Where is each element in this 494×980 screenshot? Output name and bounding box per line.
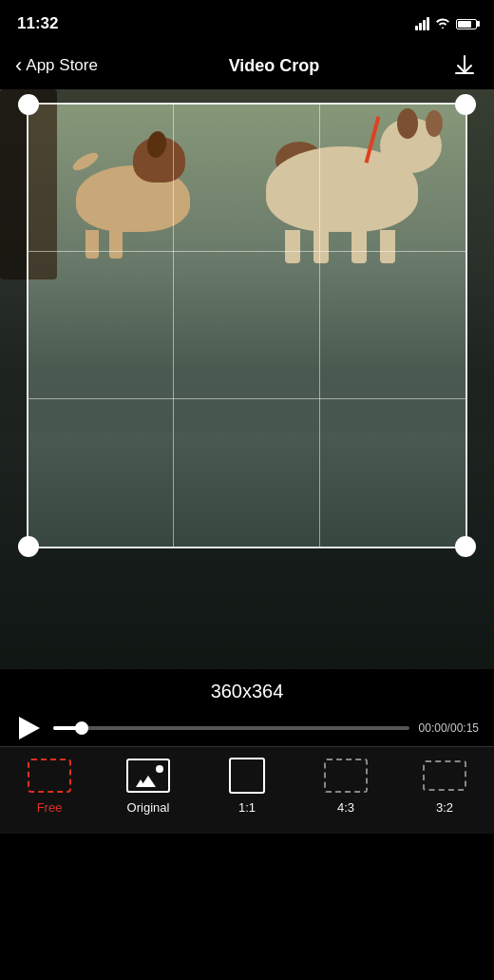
play-icon <box>19 717 40 740</box>
download-button[interactable] <box>450 51 479 80</box>
outside-top <box>0 89 494 103</box>
video-crop-area[interactable] <box>0 89 494 669</box>
grid-line-h1 <box>28 251 466 252</box>
page-title: Video Crop <box>229 56 320 76</box>
crop-border[interactable] <box>27 103 467 548</box>
handle-top-right[interactable] <box>455 94 476 115</box>
1-1-icon <box>229 758 265 794</box>
play-button[interactable] <box>15 714 44 742</box>
sun-circle <box>156 765 163 773</box>
mountain-sm <box>136 779 145 787</box>
dimensions-bar: 360x364 <box>0 669 494 710</box>
battery-icon <box>456 19 477 29</box>
signal-icon <box>415 17 429 30</box>
free-label: Free <box>37 800 63 815</box>
progress-track[interactable] <box>53 726 409 730</box>
outside-bottom <box>0 548 494 669</box>
dimensions-text: 360x364 <box>211 681 284 702</box>
outside-right <box>467 103 494 548</box>
handle-bottom-left[interactable] <box>18 536 39 557</box>
grid-line-h2 <box>28 398 466 399</box>
4-3-label: 4:3 <box>337 800 354 815</box>
status-bar: 11:32 <box>0 0 494 42</box>
toolbar-item-free[interactable]: Free <box>2 757 97 815</box>
toolbar-item-1-1[interactable]: 1:1 <box>200 757 294 815</box>
grid-line-v2 <box>319 105 320 547</box>
original-label: Original <box>127 800 170 815</box>
crop-overlay <box>0 89 494 669</box>
toolbar-item-original[interactable]: Original <box>101 757 196 815</box>
back-chevron-icon: ‹ <box>15 55 22 76</box>
3-2-icon-container <box>420 757 469 795</box>
1-1-label: 1:1 <box>238 800 256 815</box>
free-icon <box>28 759 71 793</box>
toolbar-item-4-3[interactable]: 4:3 <box>298 757 393 815</box>
back-label: App Store <box>26 56 98 75</box>
handle-top-left[interactable] <box>18 94 39 115</box>
playback-bar: 00:00/00:15 <box>0 710 494 746</box>
3-2-label: 3:2 <box>436 800 453 815</box>
bottom-toolbar: Free Original 1:1 4:3 <box>0 746 494 834</box>
original-icon-container <box>124 757 173 795</box>
original-icon <box>126 759 170 793</box>
status-time: 11:32 <box>17 14 58 33</box>
download-icon <box>452 53 477 78</box>
nav-bar: ‹ App Store Video Crop <box>0 42 494 89</box>
time-display: 00:00/00:15 <box>419 721 479 735</box>
3-2-icon <box>423 760 466 791</box>
4-3-icon <box>324 759 368 793</box>
1-1-icon-container <box>222 757 272 795</box>
toolbar-item-3-2[interactable]: 3:2 <box>397 757 492 815</box>
back-button[interactable]: ‹ App Store <box>15 55 98 76</box>
status-icons <box>415 16 477 31</box>
free-icon-container <box>25 757 74 795</box>
grid-line-v1 <box>173 105 174 547</box>
handle-bottom-right[interactable] <box>455 536 476 557</box>
outside-left <box>0 103 27 548</box>
progress-thumb[interactable] <box>75 721 88 735</box>
wifi-icon <box>435 16 450 31</box>
4-3-icon-container <box>321 757 370 795</box>
